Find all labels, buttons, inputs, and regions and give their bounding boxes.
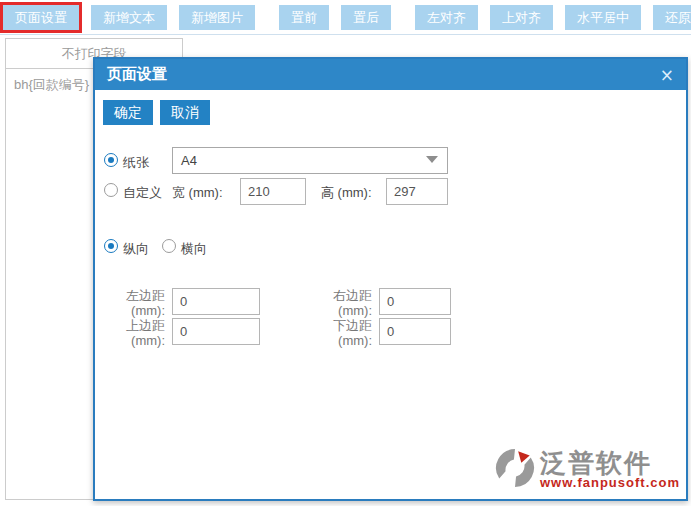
chevron-down-icon — [426, 156, 438, 163]
custom-width-input[interactable] — [240, 178, 306, 205]
top-margin-input[interactable] — [172, 318, 260, 345]
left-margin-label: 左边距 (mm): — [107, 288, 165, 318]
paper-size-select[interactable]: A4 — [172, 147, 448, 174]
fanpu-watermark: 泛普软件 www.fanpusoft.com — [494, 447, 680, 493]
paper-label: 纸张 — [123, 154, 149, 172]
page-setup-dialog: 页面设置 × 确定 取消 纸张 A4 自定义 宽 (mm): 高 (mm): 纵… — [93, 57, 688, 501]
fanpu-logo-icon — [494, 447, 536, 493]
toolbar-button-align-left[interactable]: 左对齐 — [415, 5, 478, 30]
top-margin-label: 上边距 (mm): — [107, 318, 165, 348]
cancel-button[interactable]: 取消 — [160, 100, 210, 125]
watermark-url: www.fanpusoft.com — [540, 476, 680, 490]
watermark-brand: 泛普软件 — [540, 450, 680, 476]
toolbar-button-page-setup[interactable]: 页面设置 — [3, 5, 79, 30]
custom-size-radio[interactable] — [104, 183, 118, 197]
toolbar-button-add-text[interactable]: 新增文本 — [91, 5, 167, 30]
custom-size-label: 自定义 — [123, 184, 162, 202]
custom-height-input[interactable] — [386, 178, 448, 205]
paper-size-value: A4 — [181, 153, 197, 168]
portrait-label: 纵向 — [123, 240, 149, 258]
right-margin-label: 右边距 (mm): — [314, 288, 372, 318]
toolbar-button-send-backward[interactable]: 置后 — [341, 5, 391, 30]
toolbar-button-restore[interactable]: 还原 — [653, 5, 691, 30]
dialog-title: 页面设置 — [95, 65, 167, 84]
landscape-radio[interactable] — [162, 239, 176, 253]
bottom-margin-input[interactable] — [379, 318, 451, 345]
custom-width-label: 宽 (mm): — [172, 184, 223, 202]
toolbar-button-center-horizontal[interactable]: 水平居中 — [565, 5, 641, 30]
bottom-margin-label: 下边距 (mm): — [314, 318, 372, 348]
right-margin-input[interactable] — [379, 288, 451, 315]
dialog-titlebar: 页面设置 — [95, 59, 686, 90]
portrait-radio[interactable] — [104, 239, 118, 253]
custom-height-label: 高 (mm): — [321, 184, 372, 202]
landscape-label: 横向 — [181, 240, 207, 258]
toolbar-button-add-image[interactable]: 新增图片 — [179, 5, 255, 30]
toolbar-button-bring-forward[interactable]: 置前 — [279, 5, 329, 30]
toolbar-button-align-top[interactable]: 上对齐 — [490, 5, 553, 30]
toolbar: 页面设置 新增文本 新增图片 置前 置后 左对齐 上对齐 水平居中 还原 — [0, 0, 691, 35]
left-margin-input[interactable] — [172, 288, 260, 315]
close-icon[interactable]: × — [660, 59, 674, 90]
ok-button[interactable]: 确定 — [103, 100, 153, 125]
paper-radio[interactable] — [104, 153, 118, 167]
